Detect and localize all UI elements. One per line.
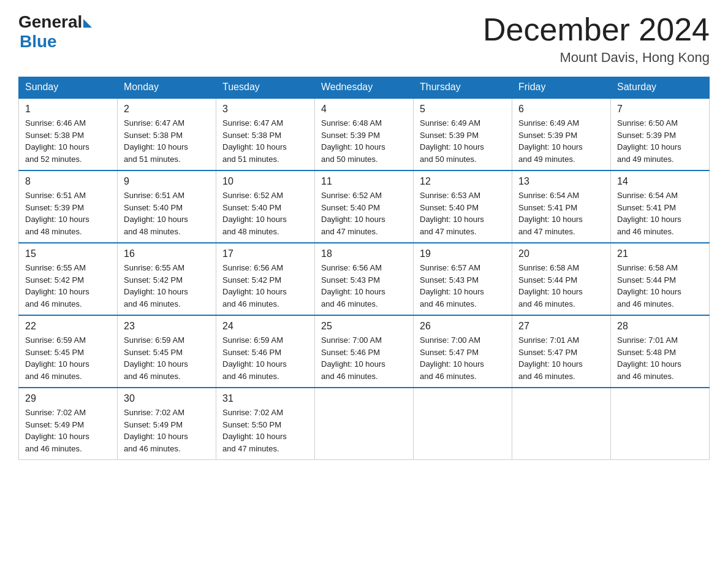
- day-number: 1: [25, 104, 111, 115]
- day-info: Sunrise: 6:48 AMSunset: 5:39 PMDaylight:…: [321, 117, 407, 165]
- table-row: 30 Sunrise: 7:02 AMSunset: 5:49 PMDaylig…: [118, 388, 216, 460]
- page-header: General Blue December 2024 Mount Davis, …: [18, 12, 710, 66]
- day-info: Sunrise: 6:47 AMSunset: 5:38 PMDaylight:…: [222, 117, 308, 165]
- table-row: 13 Sunrise: 6:54 AMSunset: 5:41 PMDaylig…: [512, 170, 611, 243]
- day-info: Sunrise: 7:01 AMSunset: 5:47 PMDaylight:…: [518, 334, 604, 382]
- table-row: 17 Sunrise: 6:56 AMSunset: 5:42 PMDaylig…: [216, 243, 315, 315]
- col-saturday: Saturday: [611, 77, 710, 98]
- col-monday: Monday: [118, 77, 216, 98]
- day-number: 30: [124, 393, 210, 404]
- day-number: 27: [518, 321, 604, 332]
- table-row: 20 Sunrise: 6:58 AMSunset: 5:44 PMDaylig…: [512, 243, 611, 315]
- logo-text-blue: Blue: [20, 32, 57, 52]
- table-row: [315, 388, 414, 460]
- day-info: Sunrise: 7:02 AMSunset: 5:49 PMDaylight:…: [124, 407, 210, 454]
- day-info: Sunrise: 6:52 AMSunset: 5:40 PMDaylight:…: [321, 190, 407, 237]
- day-info: Sunrise: 7:00 AMSunset: 5:47 PMDaylight:…: [420, 334, 506, 382]
- day-info: Sunrise: 6:56 AMSunset: 5:43 PMDaylight:…: [321, 262, 407, 310]
- day-info: Sunrise: 6:56 AMSunset: 5:42 PMDaylight:…: [222, 262, 308, 310]
- table-row: 19 Sunrise: 6:57 AMSunset: 5:43 PMDaylig…: [414, 243, 512, 315]
- day-number: 19: [420, 248, 506, 259]
- day-number: 12: [420, 176, 506, 187]
- table-row: 23 Sunrise: 6:59 AMSunset: 5:45 PMDaylig…: [118, 315, 216, 388]
- day-info: Sunrise: 6:57 AMSunset: 5:43 PMDaylight:…: [420, 262, 506, 310]
- col-thursday: Thursday: [414, 77, 512, 98]
- logo-text-general: General: [18, 12, 82, 32]
- day-info: Sunrise: 6:59 AMSunset: 5:46 PMDaylight:…: [222, 334, 308, 382]
- day-number: 14: [617, 176, 703, 187]
- day-number: 13: [518, 176, 604, 187]
- table-row: 8 Sunrise: 6:51 AMSunset: 5:39 PMDayligh…: [19, 170, 118, 243]
- day-info: Sunrise: 6:53 AMSunset: 5:40 PMDaylight:…: [420, 190, 506, 237]
- table-row: 11 Sunrise: 6:52 AMSunset: 5:40 PMDaylig…: [315, 170, 414, 243]
- table-row: 28 Sunrise: 7:01 AMSunset: 5:48 PMDaylig…: [611, 315, 710, 388]
- day-number: 16: [124, 248, 210, 259]
- day-number: 25: [321, 321, 407, 332]
- table-row: 27 Sunrise: 7:01 AMSunset: 5:47 PMDaylig…: [512, 315, 611, 388]
- day-info: Sunrise: 6:49 AMSunset: 5:39 PMDaylight:…: [420, 117, 506, 165]
- table-row: 4 Sunrise: 6:48 AMSunset: 5:39 PMDayligh…: [315, 98, 414, 170]
- col-tuesday: Tuesday: [216, 77, 315, 98]
- day-number: 9: [124, 176, 210, 187]
- day-number: 22: [25, 321, 111, 332]
- calendar-week-row: 22 Sunrise: 6:59 AMSunset: 5:45 PMDaylig…: [19, 315, 710, 388]
- table-row: 12 Sunrise: 6:53 AMSunset: 5:40 PMDaylig…: [414, 170, 512, 243]
- logo-triangle-icon: [83, 19, 92, 28]
- table-row: 25 Sunrise: 7:00 AMSunset: 5:46 PMDaylig…: [315, 315, 414, 388]
- day-info: Sunrise: 6:59 AMSunset: 5:45 PMDaylight:…: [124, 334, 210, 382]
- title-block: December 2024 Mount Davis, Hong Kong: [483, 12, 710, 66]
- day-number: 20: [518, 248, 604, 259]
- calendar-week-row: 1 Sunrise: 6:46 AMSunset: 5:38 PMDayligh…: [19, 98, 710, 170]
- day-number: 8: [25, 176, 111, 187]
- day-number: 23: [124, 321, 210, 332]
- day-info: Sunrise: 6:54 AMSunset: 5:41 PMDaylight:…: [617, 190, 703, 237]
- day-info: Sunrise: 7:02 AMSunset: 5:49 PMDaylight:…: [25, 407, 111, 454]
- table-row: 2 Sunrise: 6:47 AMSunset: 5:38 PMDayligh…: [118, 98, 216, 170]
- table-row: 31 Sunrise: 7:02 AMSunset: 5:50 PMDaylig…: [216, 388, 315, 460]
- calendar-week-row: 15 Sunrise: 6:55 AMSunset: 5:42 PMDaylig…: [19, 243, 710, 315]
- table-row: [512, 388, 611, 460]
- table-row: 21 Sunrise: 6:58 AMSunset: 5:44 PMDaylig…: [611, 243, 710, 315]
- table-row: 18 Sunrise: 6:56 AMSunset: 5:43 PMDaylig…: [315, 243, 414, 315]
- day-info: Sunrise: 6:50 AMSunset: 5:39 PMDaylight:…: [617, 117, 703, 165]
- day-number: 4: [321, 104, 407, 115]
- day-number: 5: [420, 104, 506, 115]
- table-row: 9 Sunrise: 6:51 AMSunset: 5:40 PMDayligh…: [118, 170, 216, 243]
- day-number: 6: [518, 104, 604, 115]
- day-number: 29: [25, 393, 111, 404]
- day-info: Sunrise: 6:51 AMSunset: 5:40 PMDaylight:…: [124, 190, 210, 237]
- table-row: [611, 388, 710, 460]
- day-info: Sunrise: 7:00 AMSunset: 5:46 PMDaylight:…: [321, 334, 407, 382]
- day-number: 7: [617, 104, 703, 115]
- day-number: 31: [222, 393, 308, 404]
- day-info: Sunrise: 6:54 AMSunset: 5:41 PMDaylight:…: [518, 190, 604, 237]
- day-number: 10: [222, 176, 308, 187]
- day-info: Sunrise: 6:55 AMSunset: 5:42 PMDaylight:…: [25, 262, 111, 310]
- table-row: 15 Sunrise: 6:55 AMSunset: 5:42 PMDaylig…: [19, 243, 118, 315]
- table-row: 26 Sunrise: 7:00 AMSunset: 5:47 PMDaylig…: [414, 315, 512, 388]
- day-number: 3: [222, 104, 308, 115]
- table-row: 24 Sunrise: 6:59 AMSunset: 5:46 PMDaylig…: [216, 315, 315, 388]
- col-sunday: Sunday: [19, 77, 118, 98]
- day-number: 15: [25, 248, 111, 259]
- calendar-week-row: 29 Sunrise: 7:02 AMSunset: 5:49 PMDaylig…: [19, 388, 710, 460]
- table-row: 16 Sunrise: 6:55 AMSunset: 5:42 PMDaylig…: [118, 243, 216, 315]
- day-number: 24: [222, 321, 308, 332]
- day-number: 18: [321, 248, 407, 259]
- day-number: 11: [321, 176, 407, 187]
- table-row: 10 Sunrise: 6:52 AMSunset: 5:40 PMDaylig…: [216, 170, 315, 243]
- day-number: 17: [222, 248, 308, 259]
- day-info: Sunrise: 6:52 AMSunset: 5:40 PMDaylight:…: [222, 190, 308, 237]
- table-row: 3 Sunrise: 6:47 AMSunset: 5:38 PMDayligh…: [216, 98, 315, 170]
- day-info: Sunrise: 6:49 AMSunset: 5:39 PMDaylight:…: [518, 117, 604, 165]
- day-number: 28: [617, 321, 703, 332]
- calendar-header-row: Sunday Monday Tuesday Wednesday Thursday…: [19, 77, 710, 98]
- calendar-table: Sunday Monday Tuesday Wednesday Thursday…: [18, 77, 710, 460]
- day-info: Sunrise: 6:59 AMSunset: 5:45 PMDaylight:…: [25, 334, 111, 382]
- day-info: Sunrise: 6:47 AMSunset: 5:38 PMDaylight:…: [124, 117, 210, 165]
- logo: General Blue: [18, 12, 92, 52]
- col-friday: Friday: [512, 77, 611, 98]
- col-wednesday: Wednesday: [315, 77, 414, 98]
- day-info: Sunrise: 7:01 AMSunset: 5:48 PMDaylight:…: [617, 334, 703, 382]
- table-row: 5 Sunrise: 6:49 AMSunset: 5:39 PMDayligh…: [414, 98, 512, 170]
